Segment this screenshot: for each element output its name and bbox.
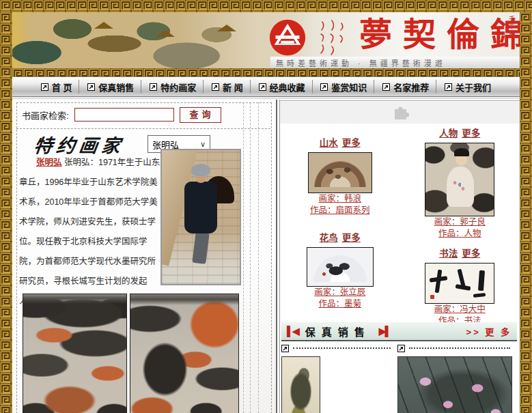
link-arrow-icon: [382, 83, 390, 91]
dotted-leader: [409, 347, 510, 349]
calligraphy-thumbnail[interactable]: [425, 263, 494, 304]
sale-artwork-thumbnail-2[interactable]: [397, 356, 512, 413]
section-flower-bird-heading[interactable]: 花鸟更多: [320, 230, 361, 244]
dashed-vertical-line: [250, 102, 251, 413]
link-arrow-icon: [281, 345, 289, 352]
artwork-thumbnail-ink-landscape-1[interactable]: [23, 294, 127, 413]
more-link[interactable]: 更多: [342, 138, 361, 148]
nav-label: 关于我们: [456, 81, 491, 94]
search-label: 书画家检索:: [22, 109, 69, 122]
nav-item-classic-collection[interactable]: 经典收藏: [252, 80, 313, 94]
right-column-top-rule: [280, 100, 520, 101]
nav-label: 特约画家: [160, 81, 196, 94]
sales-product-1: [281, 344, 397, 413]
grid-column-right: 人物更多 画家：郭子良 作品：人物 书法更多: [400, 126, 520, 327]
site-logo-seal[interactable]: [266, 16, 309, 58]
red-bracket-right-icon: ▶▌: [379, 326, 391, 337]
artist-bio-text: 张明弘：1971年生于山东章丘，1996年毕业于山东艺术学院美术系，2010年毕…: [19, 158, 160, 306]
banner-roof-shape: [94, 22, 113, 29]
nav-label: 保真销售: [98, 81, 134, 94]
nav-item-about-us[interactable]: 关于我们: [438, 80, 498, 94]
sale-artwork-thumbnail-1[interactable]: [281, 356, 320, 413]
link-arrow-icon: [445, 83, 452, 91]
flower-bird-fan-thumbnail[interactable]: [307, 247, 374, 287]
section-figures: 人物更多 画家：郭子良 作品：人物: [425, 126, 494, 240]
figures-work-link[interactable]: 作品：人物: [438, 228, 481, 240]
dashed-vertical-line: [243, 102, 244, 413]
grid-column-left: 山水更多 画家：韩浪 作品：扇面系列 花鸟更多 画家：张立辰 作品：墨菊: [280, 126, 400, 327]
authentic-sales-bar: ▌◀ 保真销售 ▶▌ >> 更 多: [281, 322, 517, 341]
link-arrow-icon: [212, 83, 219, 91]
red-seal-mark: [430, 295, 434, 299]
search-input[interactable]: [74, 108, 174, 122]
nav-label: 新 闻: [223, 81, 243, 94]
link-arrow-icon: [259, 83, 266, 91]
section-calligraphy-heading[interactable]: 书法更多: [439, 246, 480, 259]
landscape-artist-link[interactable]: 画家：韩浪: [318, 193, 361, 205]
plugin-placeholder-strip: [280, 102, 520, 124]
dotted-leader: [293, 347, 391, 349]
landscape-work-link[interactable]: 作品：扇面系列: [310, 205, 370, 216]
banner-bottom-meander: [12, 68, 520, 76]
border-left-meander: [0, 12, 12, 413]
page: 夢契倫錦 壬午秋 無時差藝術運動 · 無疆界藝術漫遊 首 页 保真销售 特约画家…: [0, 0, 532, 413]
more-link[interactable]: 更多: [462, 128, 480, 139]
flower-bird-artist-link[interactable]: 画家：张立辰: [314, 287, 365, 298]
section-title: 书法: [439, 248, 458, 259]
section-calligraphy: 书法更多 画家：冯大中 作品：书法: [425, 246, 494, 327]
product-header: [281, 344, 397, 352]
artist-name-link[interactable]: 张明弘: [36, 158, 62, 167]
flower-bird-work-link[interactable]: 作品：墨菊: [318, 298, 361, 310]
link-arrow-icon: [87, 83, 95, 91]
site-title-seal-script: 夢契倫錦: [359, 14, 520, 55]
inscription-calligraphy: [317, 18, 347, 60]
nav-item-appreciation-knowledge[interactable]: 鉴赏知识: [313, 80, 374, 94]
border-top-meander: [0, 0, 532, 12]
link-arrow-icon: [150, 83, 157, 91]
brush-stroke: [456, 284, 471, 291]
photo-figure-legs: [192, 231, 209, 264]
section-title: 人物: [439, 128, 458, 139]
sales-product-2: [397, 344, 517, 413]
nav-item-featured-artists[interactable]: 特约画家: [143, 80, 204, 94]
banner-roof-shape: [217, 25, 236, 31]
right-column: 山水更多 画家：韩浪 作品：扇面系列 花鸟更多 画家：张立辰 作品：墨菊 人物更: [280, 100, 520, 413]
slogan-bar: 無時差藝術運動 · 無疆界藝術漫遊: [270, 57, 520, 68]
sales-products-row: [281, 344, 517, 413]
brush-stroke: [478, 270, 485, 291]
calligraphy-artist-link[interactable]: 画家：冯大中: [434, 304, 486, 315]
nav-item-news[interactable]: 新 闻: [205, 80, 251, 94]
more-link[interactable]: 更多: [342, 233, 361, 243]
content-area: 书画家检索: 查询 特约画家 张明弘 ∨ 张明弘 张明弘：1971年生于山东章丘…: [12, 100, 520, 413]
seal-signature: 壬午秋: [507, 16, 516, 38]
authentic-sales-title: 保真销售: [305, 324, 371, 339]
nav-label: 名家推荐: [393, 81, 429, 94]
main-nav: 首 页 保真销售 特约画家 新 闻 经典收藏 鉴赏知识 名家推荐 关于我们: [12, 76, 520, 97]
more-link[interactable]: 更多: [462, 248, 480, 259]
figure-painting-thumbnail[interactable]: [425, 143, 494, 216]
chevron-down-icon: ∨: [200, 140, 206, 149]
nav-item-home[interactable]: 首 页: [34, 80, 80, 94]
section-figures-heading[interactable]: 人物更多: [439, 126, 480, 139]
figures-artist-link[interactable]: 画家：郭子良: [434, 216, 486, 228]
nav-label: 首 页: [52, 81, 72, 94]
link-arrow-icon: [320, 83, 328, 91]
section-landscape: 山水更多 画家：韩浪 作品：扇面系列: [308, 135, 372, 216]
red-bracket-left-icon: ▌◀: [287, 326, 298, 337]
section-flower-bird: 花鸟更多 画家：张立辰 作品：墨菊: [307, 230, 374, 310]
artist-bio: 张明弘 张明弘：1971年生于山东章丘，1996年毕业于山东艺术学院美术系，20…: [19, 153, 164, 311]
site-slogan: 無時差藝術運動 · 無疆界藝術漫遊: [270, 57, 446, 68]
landscape-fan-thumbnail[interactable]: [308, 152, 372, 193]
sales-more-link[interactable]: >> 更 多: [466, 325, 512, 338]
nav-item-authentic-sales[interactable]: 保真销售: [81, 80, 141, 94]
artwork-thumbnail-ink-landscape-2[interactable]: [130, 294, 239, 413]
section-title: 花鸟: [320, 233, 338, 243]
figure-robe: [447, 167, 474, 207]
nav-item-recommended-masters[interactable]: 名家推荐: [376, 80, 436, 94]
search-button[interactable]: 查询: [180, 107, 221, 123]
dashed-separator: [16, 128, 270, 129]
section-landscape-heading[interactable]: 山水更多: [320, 135, 361, 149]
artist-search-bar: 书画家检索: 查询: [22, 106, 221, 123]
brush-stroke: [473, 293, 486, 298]
border-right-meander: [520, 12, 532, 413]
